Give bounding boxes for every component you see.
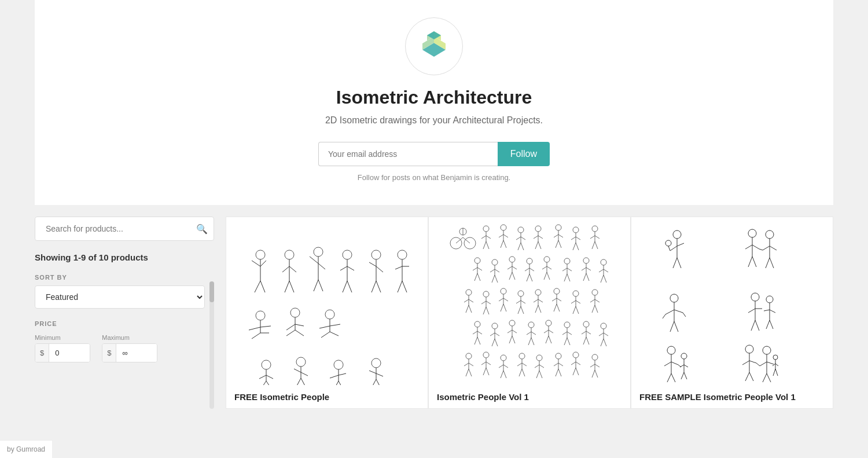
sort-select[interactable]: Featured Newest Highest Rated Most Revie… [35, 285, 205, 309]
svg-line-263 [567, 338, 570, 345]
svg-line-179 [604, 275, 606, 283]
svg-line-292 [501, 371, 503, 378]
svg-line-118 [556, 240, 558, 248]
svg-point-276 [466, 353, 472, 359]
svg-line-26 [340, 266, 347, 270]
svg-line-383 [749, 372, 753, 381]
svg-line-106 [518, 243, 521, 250]
svg-line-62 [259, 375, 266, 379]
svg-point-391 [773, 355, 778, 360]
svg-line-93 [486, 236, 491, 239]
product-card-3[interactable]: FREE SAMPLE Isometric People Vol 1 [631, 217, 833, 409]
svg-line-355 [748, 309, 755, 313]
svg-line-111 [538, 236, 543, 239]
svg-point-180 [466, 290, 472, 295]
svg-point-66 [296, 357, 306, 367]
svg-point-359 [766, 296, 773, 303]
svg-line-146 [507, 266, 512, 269]
svg-line-76 [334, 381, 339, 385]
svg-line-178 [601, 275, 604, 283]
svg-point-150 [527, 258, 532, 264]
svg-line-323 [595, 370, 598, 378]
svg-line-327 [668, 246, 670, 251]
svg-line-321 [595, 364, 599, 367]
scrollbar-thumb[interactable] [209, 281, 214, 302]
svg-line-155 [529, 274, 532, 281]
svg-point-378 [745, 345, 753, 353]
svg-line-119 [558, 240, 561, 248]
svg-point-48 [290, 308, 300, 317]
svg-line-245 [512, 336, 515, 343]
svg-line-285 [486, 362, 491, 365]
svg-line-390 [756, 363, 760, 366]
svg-point-192 [501, 288, 506, 294]
svg-line-287 [486, 368, 489, 375]
svg-line-214 [554, 304, 557, 312]
svg-line-298 [519, 369, 522, 376]
svg-line-387 [767, 362, 774, 364]
svg-line-273 [604, 333, 608, 336]
svg-line-52 [286, 330, 295, 336]
svg-line-311 [558, 369, 561, 376]
svg-line-148 [509, 272, 512, 280]
svg-line-165 [567, 268, 572, 271]
svg-line-361 [764, 310, 770, 311]
email-input[interactable] [318, 142, 498, 166]
max-price-group: Maximum $ [102, 334, 157, 362]
min-price-wrapper: $ [35, 343, 90, 362]
svg-point-24 [343, 250, 352, 259]
svg-line-161 [547, 272, 550, 280]
product-card-1[interactable]: FREE Isometric People [226, 217, 428, 409]
svg-line-100 [501, 240, 503, 248]
svg-point-138 [492, 259, 498, 265]
svg-line-182 [464, 299, 469, 302]
svg-line-213 [557, 298, 561, 301]
svg-line-8 [252, 261, 260, 266]
svg-line-201 [521, 301, 525, 303]
svg-line-74 [330, 375, 339, 378]
svg-line-166 [564, 274, 567, 281]
svg-line-335 [752, 245, 759, 249]
svg-point-204 [535, 290, 541, 295]
follow-button[interactable]: Follow [498, 142, 550, 166]
svg-point-90 [483, 226, 489, 232]
svg-line-233 [477, 337, 480, 345]
product-sketch-svg-1 [226, 217, 428, 385]
svg-line-21 [318, 263, 325, 269]
svg-line-227 [595, 305, 598, 313]
svg-line-65 [266, 381, 271, 385]
svg-point-353 [751, 293, 759, 301]
svg-point-198 [518, 291, 524, 296]
min-price-input[interactable] [49, 344, 90, 362]
svg-line-23 [318, 280, 323, 291]
svg-point-102 [518, 227, 524, 233]
svg-line-95 [486, 241, 489, 249]
product-title-2: Isometric People Vol 1 [429, 385, 630, 408]
search-button[interactable]: 🔍 [196, 223, 208, 235]
svg-line-272 [599, 333, 604, 336]
svg-line-349 [674, 310, 683, 313]
svg-line-171 [586, 268, 591, 270]
search-input[interactable] [41, 217, 196, 240]
svg-line-46 [252, 333, 260, 339]
svg-line-341 [770, 246, 777, 250]
search-icon: 🔍 [196, 224, 208, 234]
svg-line-9 [260, 261, 266, 266]
svg-line-123 [576, 237, 580, 240]
svg-line-303 [539, 365, 544, 368]
product-card-2[interactable]: Isometric People Vol 1 [428, 217, 631, 409]
svg-line-261 [567, 332, 572, 335]
svg-line-278 [464, 363, 469, 366]
svg-line-293 [503, 371, 506, 378]
svg-line-266 [582, 331, 586, 334]
svg-line-10 [255, 281, 260, 292]
svg-line-358 [755, 320, 759, 331]
svg-line-260 [562, 332, 567, 335]
svg-line-92 [481, 236, 486, 239]
product-title-1: FREE Isometric People [226, 385, 428, 408]
svg-point-12 [285, 250, 294, 259]
max-price-input[interactable] [116, 344, 157, 362]
svg-line-164 [562, 268, 567, 271]
svg-line-275 [604, 339, 606, 346]
scrollbar-track[interactable] [209, 281, 214, 409]
